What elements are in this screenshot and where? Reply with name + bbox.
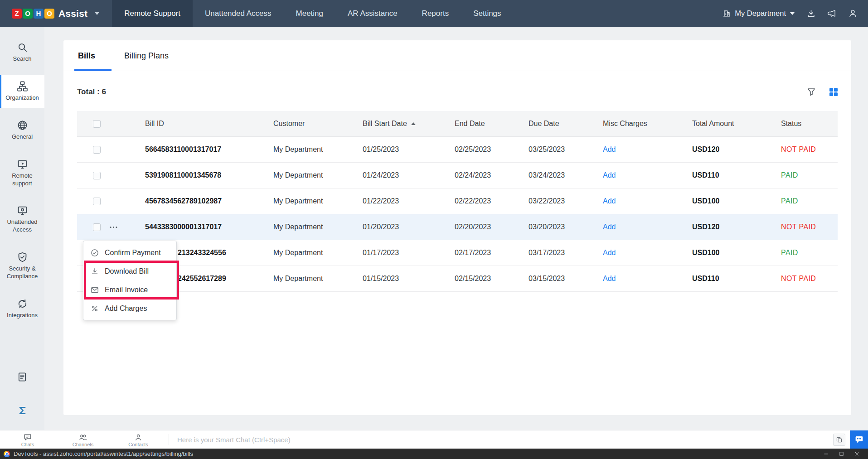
remote-support-icon xyxy=(17,159,28,169)
add-charges-link[interactable]: Add xyxy=(603,249,616,256)
smart-chat-input[interactable] xyxy=(172,436,833,444)
sidebar-item-label: Unattended Access xyxy=(2,218,42,234)
close-icon[interactable] xyxy=(849,451,864,457)
menu-item-email-invoice[interactable]: Email Invoice xyxy=(83,280,176,299)
table-row[interactable]: 4567834562789102987 My Department 01/22/… xyxy=(77,188,838,214)
total-count-label: Total : 6 xyxy=(77,87,106,97)
smart-chat-button[interactable] xyxy=(850,430,868,449)
sidebar-item-integrations[interactable]: Integrations xyxy=(0,293,44,325)
logo-letter: H xyxy=(34,9,44,19)
column-header-end-date[interactable]: End Date xyxy=(455,120,529,128)
sidebar-feedback-button[interactable] xyxy=(0,368,44,386)
table-row[interactable]: 242552617289 My Department 01/15/2023 02… xyxy=(77,266,838,292)
megaphone-icon[interactable] xyxy=(828,9,836,18)
bill-start-date: 01/15/2023 xyxy=(363,275,455,283)
devtools-taskbar[interactable]: DevTools - assist.zoho.com/portal/aswint… xyxy=(0,449,868,459)
bill-start-date: 01/24/2023 xyxy=(363,171,455,179)
devtools-icon xyxy=(4,451,10,457)
nav-item-settings[interactable]: Settings xyxy=(461,0,513,27)
maximize-icon[interactable] xyxy=(834,451,849,457)
bill-id: 5443383000001317017 xyxy=(145,223,222,231)
table-row[interactable]: 5391908110001345678 My Department 01/24/… xyxy=(77,163,838,188)
table-row[interactable]: 213243324556 My Department 01/17/2023 02… xyxy=(77,240,838,266)
row-checkbox[interactable] xyxy=(93,198,101,205)
row-actions-icon[interactable] xyxy=(109,223,118,232)
nav-item-reports[interactable]: Reports xyxy=(410,0,461,27)
row-checkbox[interactable] xyxy=(93,223,101,231)
sort-ascending-icon xyxy=(411,122,416,125)
chat-tab-chats[interactable]: Chats xyxy=(0,432,55,447)
sidebar-item-organization[interactable]: Organization xyxy=(0,75,44,108)
window-controls xyxy=(818,451,864,457)
menu-item-download-bill[interactable]: Download Bill xyxy=(83,262,176,280)
column-header-customer[interactable]: Customer xyxy=(273,120,363,128)
sidebar-item-label: Organization xyxy=(5,94,39,102)
row-checkbox[interactable] xyxy=(93,172,101,179)
total-amount: USD110 xyxy=(692,171,719,179)
sidebar-item-label: Integrations xyxy=(7,312,38,319)
column-header-bill-start-date[interactable]: Bill Start Date xyxy=(363,120,455,128)
monitor-icon xyxy=(17,205,28,216)
nav-item-meeting[interactable]: Meeting xyxy=(284,0,335,27)
bill-start-date: 01/22/2023 xyxy=(363,197,455,205)
bill-start-date: 01/20/2023 xyxy=(363,223,455,231)
tab-bills[interactable]: Bills xyxy=(77,51,96,71)
table-row[interactable]: 5664583110001317017 My Department 01/25/… xyxy=(77,137,838,163)
row-checkbox[interactable] xyxy=(93,146,101,154)
due-date: 03/24/2023 xyxy=(529,171,603,179)
column-header-bill-id[interactable]: Bill ID xyxy=(145,120,273,128)
channels-icon xyxy=(79,433,87,441)
end-date: 02/24/2023 xyxy=(455,171,529,179)
nav-item-unattended-access[interactable]: Unattended Access xyxy=(193,0,283,27)
zoho-logo[interactable]: Z O H O xyxy=(12,9,54,19)
logo-letter: Z xyxy=(12,9,22,19)
filter-icon[interactable] xyxy=(807,87,816,97)
chat-tab-channels[interactable]: Channels xyxy=(55,432,111,447)
shield-icon xyxy=(17,252,28,262)
brand-chevron-down-icon[interactable] xyxy=(95,12,99,15)
table-row-selected[interactable]: 5443383000001317017 My Department 01/20/… xyxy=(77,214,838,240)
sidebar-item-unattended-access[interactable]: Unattended Access xyxy=(0,199,44,240)
chat-tab-contacts[interactable]: Contacts xyxy=(111,432,166,447)
column-header-due-date[interactable]: Due Date xyxy=(529,120,603,128)
end-date: 02/20/2023 xyxy=(455,223,529,231)
sidebar-item-search[interactable]: Search xyxy=(0,36,44,69)
grid-view-icon[interactable] xyxy=(829,88,838,97)
add-charges-link[interactable]: Add xyxy=(603,145,616,153)
status-badge: PAID xyxy=(781,197,798,205)
department-selector[interactable]: My Department xyxy=(723,9,795,18)
nav-item-ar-assistance[interactable]: AR Assistance xyxy=(335,0,410,27)
add-charges-link[interactable]: Add xyxy=(603,171,616,179)
chatbar-divider xyxy=(169,434,169,445)
due-date: 03/20/2023 xyxy=(529,223,603,231)
copy-icon[interactable] xyxy=(833,434,845,446)
chatbar-right-controls xyxy=(833,430,868,449)
due-date: 03/15/2023 xyxy=(529,275,603,283)
user-icon[interactable] xyxy=(849,9,857,18)
tab-billing-plans[interactable]: Billing Plans xyxy=(123,51,170,71)
end-date: 02/25/2023 xyxy=(455,145,529,154)
menu-item-confirm-payment[interactable]: Confirm Payment xyxy=(83,243,176,262)
minimize-icon[interactable] xyxy=(818,451,834,457)
column-header-misc-charges[interactable]: Misc Charges xyxy=(603,120,692,128)
download-icon[interactable] xyxy=(807,9,815,18)
sidebar-item-remote-support[interactable]: Remote support xyxy=(0,153,44,193)
nav-item-remote-support[interactable]: Remote Support xyxy=(112,0,193,27)
menu-item-add-charges[interactable]: Add Charges xyxy=(83,299,176,318)
customer: My Department xyxy=(273,145,363,154)
building-icon xyxy=(723,10,731,17)
sidebar-item-security-compliance[interactable]: Security & Compliance xyxy=(0,246,44,286)
add-charges-link[interactable]: Add xyxy=(603,275,616,282)
contacts-icon xyxy=(134,433,142,441)
bill-id: 5391908110001345678 xyxy=(145,171,221,179)
download-icon xyxy=(91,267,99,275)
end-date: 02/17/2023 xyxy=(455,249,529,257)
column-header-status[interactable]: Status xyxy=(781,120,838,128)
billing-tabs: Bills Billing Plans xyxy=(63,40,851,71)
select-all-checkbox[interactable] xyxy=(93,120,101,128)
sidebar-item-general[interactable]: General xyxy=(0,114,44,147)
sidebar-summation-button[interactable] xyxy=(0,402,44,419)
add-charges-link[interactable]: Add xyxy=(603,197,616,205)
column-header-total-amount[interactable]: Total Amount xyxy=(692,120,781,128)
add-charges-link[interactable]: Add xyxy=(603,223,616,231)
